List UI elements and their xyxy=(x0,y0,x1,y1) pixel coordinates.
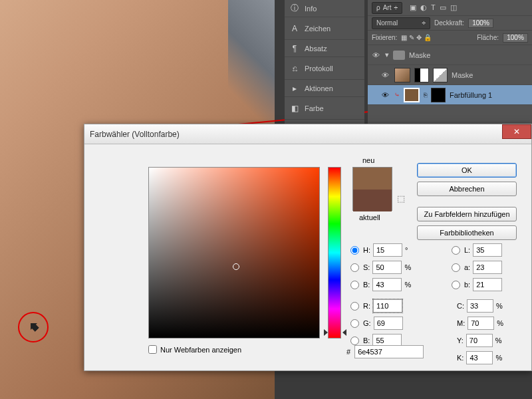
h-input[interactable] xyxy=(373,243,402,257)
hex-input[interactable] xyxy=(354,345,424,358)
color-swatch[interactable] xyxy=(352,167,392,211)
panel-info[interactable]: ⓘInfo xyxy=(285,0,364,17)
b-input[interactable] xyxy=(372,278,402,291)
g-radio[interactable] xyxy=(350,319,359,328)
k-input[interactable] xyxy=(466,351,493,364)
color-field[interactable] xyxy=(148,167,320,338)
smart-filter-icon: ◫ xyxy=(448,3,459,11)
lock-label: Fixieren: xyxy=(372,34,397,41)
panel-zeichen[interactable]: AZeichen xyxy=(285,17,364,40)
ok-button[interactable]: OK xyxy=(417,163,517,178)
layers-panel: ρArt÷ ▣◐T▭◫ Normal÷ Deckkraft: 100% Fixi… xyxy=(368,0,532,124)
adjust-filter-icon: ◐ xyxy=(418,3,429,11)
close-icon: ✕ xyxy=(513,127,520,136)
hue-slider[interactable] xyxy=(328,167,341,338)
fill-label: Fläche: xyxy=(477,34,499,41)
r-radio[interactable] xyxy=(350,302,359,311)
c-input[interactable] xyxy=(467,299,493,313)
r-input[interactable] xyxy=(373,299,402,313)
cmyk-group: C:% M:% Y:% K:% xyxy=(457,297,506,366)
dialog-title-text: Farbwähler (Volltonfarbe) xyxy=(90,130,180,139)
color-libraries-button[interactable]: Farbbibliotheken xyxy=(417,225,517,240)
fill-input[interactable]: 100% xyxy=(503,33,528,43)
layer-filter-icons[interactable]: ▣◐T▭◫ xyxy=(408,3,459,12)
m-input[interactable] xyxy=(467,317,494,330)
dialog-titlebar[interactable]: Farbwähler (Volltonfarbe) ✕ xyxy=(84,124,531,144)
panel-protokoll[interactable]: ⎌Protokoll xyxy=(285,57,364,80)
chevron-down-icon[interactable]: ▾ xyxy=(385,51,389,59)
lab-group: L: a: b: xyxy=(452,241,502,293)
blab-radio[interactable] xyxy=(452,281,460,289)
blab-input[interactable] xyxy=(473,278,502,291)
lock-icons[interactable]: ▦ ✎ ✥ 🔒 xyxy=(401,34,431,41)
web-only-checkbox[interactable]: Nur Webfarben anzeigen xyxy=(148,345,241,354)
mask-thumbnail[interactable] xyxy=(431,88,446,102)
play-icon: ▸ xyxy=(290,84,299,93)
panel-farbe[interactable]: ◧Farbe xyxy=(285,97,364,120)
color-field-marker xyxy=(233,263,239,270)
web-only-input[interactable] xyxy=(148,345,157,354)
layer-name[interactable]: Maske xyxy=(409,51,430,59)
add-swatch-button[interactable]: Zu Farbfeldern hinzufügen xyxy=(417,207,517,221)
a-input[interactable] xyxy=(473,261,502,274)
layer-thumbnail[interactable] xyxy=(394,68,410,82)
info-icon: ⓘ xyxy=(290,3,299,14)
hue-slider-indicator-icon xyxy=(324,329,328,336)
hsb-group: H:° S:% B:% xyxy=(350,241,414,293)
new-color-swatch xyxy=(353,168,392,190)
a-radio[interactable] xyxy=(452,263,460,272)
current-color-swatch xyxy=(353,190,392,211)
opacity-input[interactable]: 100% xyxy=(468,19,493,28)
layer-filter-kind[interactable]: ρArt÷ xyxy=(372,2,402,14)
color-picker-dialog: Farbwähler (Volltonfarbe) ✕ neu aktuell … xyxy=(84,124,532,371)
opacity-label: Deckkraft: xyxy=(434,19,464,27)
s-radio[interactable] xyxy=(350,263,359,272)
y-input[interactable] xyxy=(466,334,493,347)
b-radio[interactable] xyxy=(350,281,359,289)
shape-filter-icon: ▭ xyxy=(438,3,448,11)
hex-prefix: # xyxy=(346,348,350,356)
panel-absatz[interactable]: ¶Absatz xyxy=(285,40,364,57)
bch-radio[interactable] xyxy=(350,336,359,345)
type-filter-icon: T xyxy=(429,3,438,11)
blend-mode-select[interactable]: Normal÷ xyxy=(372,17,430,29)
link-icon[interactable]: ⎘ xyxy=(424,92,427,98)
hex-group: # xyxy=(346,345,424,358)
mask-thumbnail[interactable] xyxy=(414,68,429,82)
current-color-label: aktuell xyxy=(359,213,380,221)
palette-icon: ◧ xyxy=(290,104,299,113)
hue-slider-indicator-icon xyxy=(342,329,346,336)
cube-icon[interactable]: ⬚ xyxy=(397,194,405,203)
paragraph-icon: ¶ xyxy=(290,44,299,53)
g-input[interactable] xyxy=(374,317,403,330)
fill-thumbnail[interactable] xyxy=(404,88,420,102)
history-icon: ⎌ xyxy=(290,64,299,73)
collapsed-panels: ⓘInfo AZeichen ¶Absatz ⎌Protokoll ▸Aktio… xyxy=(285,0,364,124)
pixel-filter-icon: ▣ xyxy=(408,3,418,11)
new-color-label: neu xyxy=(362,156,374,164)
rgb-group: R: G: B: xyxy=(350,297,415,349)
layer-name[interactable]: Farbfüllung 1 xyxy=(450,91,492,99)
h-radio[interactable] xyxy=(350,246,359,255)
layer-name[interactable]: Maske xyxy=(452,71,473,79)
layer-row-maske[interactable]: 👁 Maske xyxy=(368,65,532,85)
layer-row-fill[interactable]: 👁 ⤷ ⎘ Farbfüllung 1 xyxy=(368,85,532,105)
layer-group-row[interactable]: 👁 ▾ Maske xyxy=(368,45,532,65)
visibility-icon[interactable]: 👁 xyxy=(380,91,390,99)
clip-mask-indicator-icon: ⤷ xyxy=(394,91,400,98)
l-radio[interactable] xyxy=(452,246,460,255)
character-icon: A xyxy=(290,24,299,33)
panel-aktionen[interactable]: ▸Aktionen xyxy=(285,80,364,97)
folder-icon xyxy=(393,51,405,60)
layer-list: 👁 ▾ Maske 👁 Maske 👁 ⤷ ⎘ Farbfüllung 1 xyxy=(368,45,532,105)
mask-thumbnail-2[interactable] xyxy=(433,68,448,82)
visibility-icon[interactable]: 👁 xyxy=(370,51,381,59)
s-input[interactable] xyxy=(372,261,402,274)
visibility-icon[interactable]: 👁 xyxy=(380,71,390,79)
cancel-button[interactable]: Abbrechen xyxy=(417,182,517,196)
close-button[interactable]: ✕ xyxy=(502,124,531,139)
l-input[interactable] xyxy=(473,243,502,257)
